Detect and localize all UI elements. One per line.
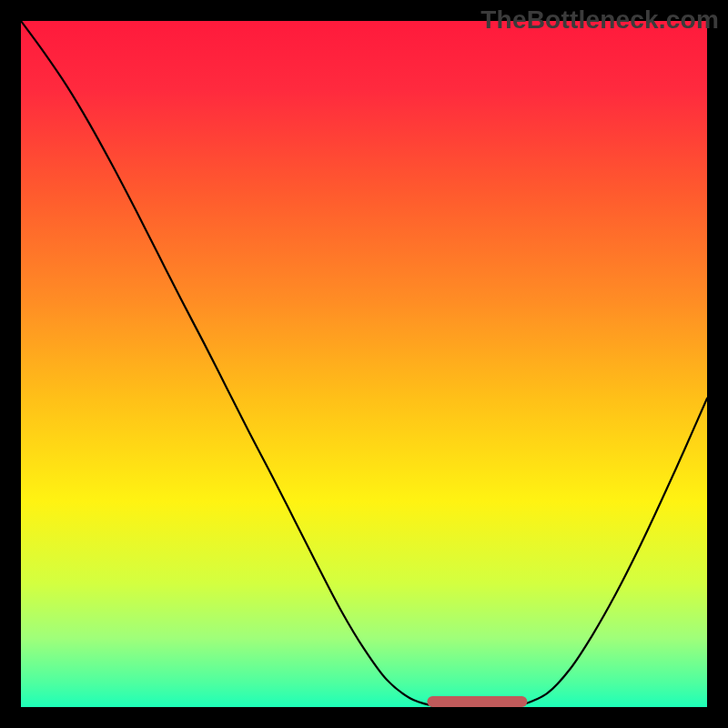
watermark-text: TheBottleneck.com bbox=[480, 5, 719, 35]
plot-area bbox=[21, 21, 707, 707]
chart-frame: TheBottleneck.com bbox=[0, 0, 728, 728]
gradient-background bbox=[21, 21, 707, 707]
bottleneck-chart bbox=[21, 21, 707, 707]
